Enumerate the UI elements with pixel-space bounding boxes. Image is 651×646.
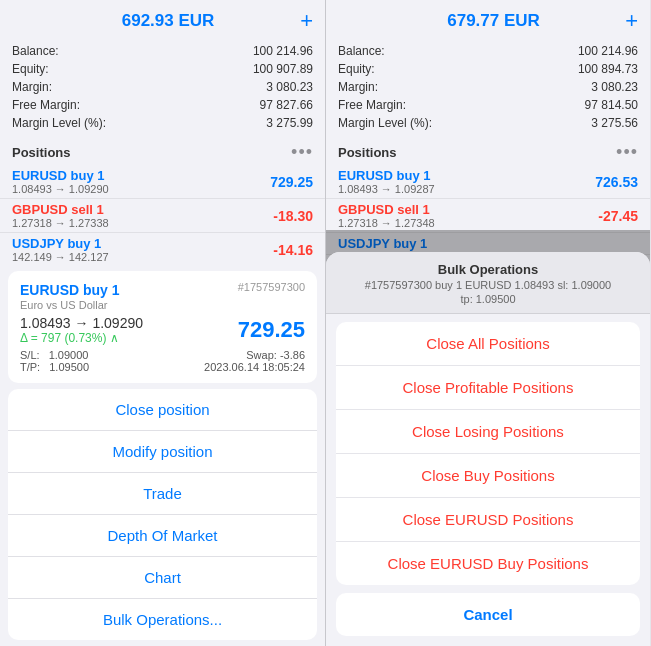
detail-pnl: 729.25 (238, 317, 305, 343)
account-row-margin: Margin: 3 080.23 (12, 78, 313, 96)
position-rate: 142.149 → 142.127 (12, 251, 109, 263)
bulk-modal-title: Bulk Operations (338, 262, 638, 277)
right-title: 679.77 EUR (362, 11, 625, 31)
r-position-pnl: -27.45 (598, 208, 638, 224)
chart-button[interactable]: Chart (8, 557, 317, 599)
r-margin-level-label: Margin Level (%): (338, 114, 432, 132)
position-rate: 1.08493 → 1.09290 (12, 183, 109, 195)
margin-level-value: 3 275.99 (266, 114, 313, 132)
positions-label: Positions (12, 145, 71, 160)
tp-label: T/P: (20, 361, 40, 373)
bulk-modal-subtitle-line2: tp: 1.09500 (338, 293, 638, 305)
r-margin-value: 3 080.23 (591, 78, 638, 96)
balance-label: Balance: (12, 42, 59, 60)
modify-position-button[interactable]: Modify position (8, 431, 317, 473)
r-account-row-equity: Equity: 100 894.73 (338, 60, 638, 78)
r-free-margin-value: 97 814.50 (585, 96, 638, 114)
close-profitable-positions-button[interactable]: Close Profitable Positions (336, 366, 640, 410)
position-name: GBPUSD sell 1 (12, 202, 109, 217)
account-row-free-margin: Free Margin: 97 827.66 (12, 96, 313, 114)
table-row[interactable]: EURUSD buy 1 1.08493 → 1.09287 726.53 (326, 165, 650, 199)
r-position-pnl: 726.53 (595, 174, 638, 190)
position-pnl: -18.30 (273, 208, 313, 224)
table-row[interactable]: GBPUSD sell 1 1.27318 → 1.27348 -27.45 (326, 199, 650, 233)
bulk-modal-subtitle-line1: #1757597300 buy 1 EURUSD 1.08493 sl: 1.0… (338, 279, 638, 291)
r-margin-level-value: 3 275.56 (591, 114, 638, 132)
action-menu: Close position Modify position Trade Dep… (8, 389, 317, 640)
right-header: 679.77 EUR + (326, 0, 650, 38)
r-position-name: GBPUSD sell 1 (338, 202, 435, 217)
detail-sub: Euro vs US Dollar (20, 299, 305, 311)
close-losing-positions-button[interactable]: Close Losing Positions (336, 410, 640, 454)
r-account-row-margin: Margin: 3 080.23 (338, 78, 638, 96)
close-eurusd-positions-button[interactable]: Close EURUSD Positions (336, 498, 640, 542)
bulk-cancel-button[interactable]: Cancel (336, 593, 640, 636)
detail-name: EURUSD buy 1 (20, 282, 120, 298)
r-position-rate: 1.27318 → 1.27348 (338, 217, 435, 229)
r-equity-label: Equity: (338, 60, 375, 78)
depth-of-market-button[interactable]: Depth Of Market (8, 515, 317, 557)
balance-value: 100 214.96 (253, 42, 313, 60)
margin-level-label: Margin Level (%): (12, 114, 106, 132)
equity-value: 100 907.89 (253, 60, 313, 78)
table-row[interactable]: EURUSD buy 1 1.08493 → 1.09290 729.25 (0, 165, 325, 199)
positions-dots[interactable]: ••• (291, 142, 313, 163)
bulk-modal-header: Bulk Operations #1757597300 buy 1 EURUSD… (326, 252, 650, 314)
r-positions-label: Positions (338, 145, 397, 160)
margin-label: Margin: (12, 78, 52, 96)
r-equity-value: 100 894.73 (578, 60, 638, 78)
right-account-info: Balance: 100 214.96 Equity: 100 894.73 M… (326, 38, 650, 138)
position-rate: 1.27318 → 1.27338 (12, 217, 109, 229)
trade-button[interactable]: Trade (8, 473, 317, 515)
bulk-operations-modal: Bulk Operations #1757597300 buy 1 EURUSD… (326, 252, 650, 646)
sl-value: 1.09000 (49, 349, 89, 361)
left-panel: 692.93 EUR + Balance: 100 214.96 Equity:… (0, 0, 325, 646)
table-row[interactable]: USDJPY buy 1 142.149 → 142.127 -14.16 (0, 233, 325, 265)
r-positions-header: Positions ••• (326, 138, 650, 165)
r-account-row-free-margin: Free Margin: 97 814.50 (338, 96, 638, 114)
detail-delta: Δ = 797 (0.73%) ∧ (20, 331, 143, 345)
position-pnl: 729.25 (270, 174, 313, 190)
margin-value: 3 080.23 (266, 78, 313, 96)
r-position-rate: 1.08493 → 1.09287 (338, 183, 435, 195)
close-position-button[interactable]: Close position (8, 389, 317, 431)
free-margin-value: 97 827.66 (260, 96, 313, 114)
close-all-positions-button[interactable]: Close All Positions (336, 322, 640, 366)
bulk-operations-button[interactable]: Bulk Operations... (8, 599, 317, 640)
r-free-margin-label: Free Margin: (338, 96, 406, 114)
table-row[interactable]: GBPUSD sell 1 1.27318 → 1.27338 -18.30 (0, 199, 325, 233)
detail-date: 2023.06.14 18:05:24 (204, 361, 305, 373)
r-account-row-balance: Balance: 100 214.96 (338, 42, 638, 60)
r-position-name: EURUSD buy 1 (338, 168, 435, 183)
right-add-button[interactable]: + (625, 10, 638, 32)
left-header: 692.93 EUR + (0, 0, 325, 38)
r-balance-value: 100 214.96 (578, 42, 638, 60)
detail-ticket: #1757597300 (238, 281, 305, 293)
account-row-margin-level: Margin Level (%): 3 275.99 (12, 114, 313, 132)
left-account-info: Balance: 100 214.96 Equity: 100 907.89 M… (0, 38, 325, 138)
r-positions-dots[interactable]: ••• (616, 142, 638, 163)
sl-label: S/L: (20, 349, 40, 361)
account-row-balance: Balance: 100 214.96 (12, 42, 313, 60)
left-title: 692.93 EUR (36, 11, 300, 31)
r-account-row-margin-level: Margin Level (%): 3 275.56 (338, 114, 638, 132)
close-eurusd-buy-positions-button[interactable]: Close EURUSD Buy Positions (336, 542, 640, 585)
r-balance-label: Balance: (338, 42, 385, 60)
right-panel: 679.77 EUR + Balance: 100 214.96 Equity:… (325, 0, 650, 646)
left-add-button[interactable]: + (300, 10, 313, 32)
tp-value: 1.09500 (49, 361, 89, 373)
position-name: USDJPY buy 1 (12, 236, 109, 251)
swap-label: Swap: (246, 349, 277, 361)
close-buy-positions-button[interactable]: Close Buy Positions (336, 454, 640, 498)
position-name: EURUSD buy 1 (12, 168, 109, 183)
account-row-equity: Equity: 100 907.89 (12, 60, 313, 78)
free-margin-label: Free Margin: (12, 96, 80, 114)
detail-rate: 1.08493 → 1.09290 (20, 315, 143, 331)
positions-header: Positions ••• (0, 138, 325, 165)
bulk-items-list: Close All Positions Close Profitable Pos… (336, 322, 640, 585)
swap-value: -3.86 (280, 349, 305, 361)
position-pnl: -14.16 (273, 242, 313, 258)
r-margin-label: Margin: (338, 78, 378, 96)
left-positions-list: EURUSD buy 1 1.08493 → 1.09290 729.25 GB… (0, 165, 325, 265)
equity-label: Equity: (12, 60, 49, 78)
